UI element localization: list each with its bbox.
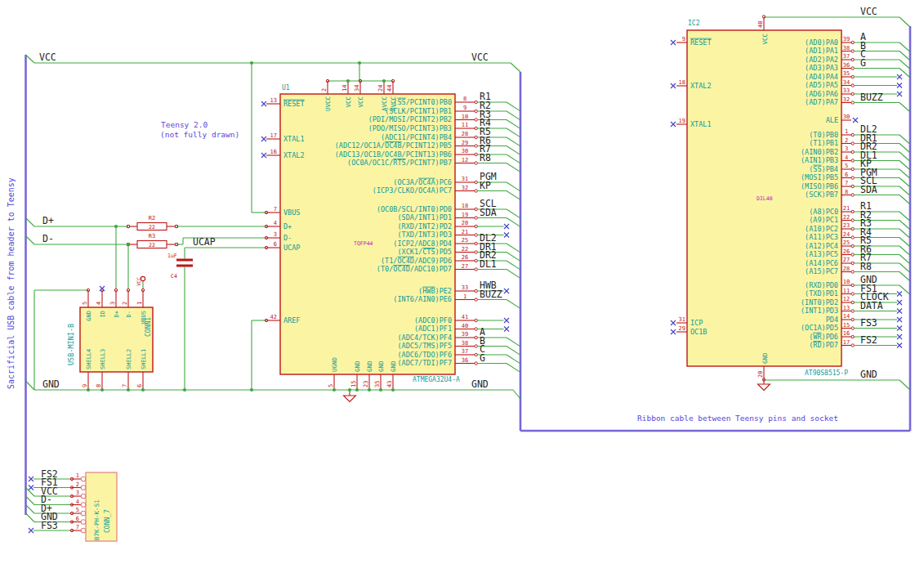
net-label-BUZZ[interactable]: BUZZ [860, 92, 883, 103]
conn7-ref[interactable]: CONN_7 [104, 509, 111, 533]
bus-entry [507, 163, 520, 172]
net-label-FS3[interactable]: FS3 [860, 317, 877, 329]
u1-ref[interactable]: U1 [282, 84, 290, 92]
pin-number: 3 [845, 145, 848, 152]
pin-name: (TXD/INT3)PD3 [397, 231, 452, 239]
bus-entry [507, 270, 520, 279]
pin-number: 14 [843, 313, 850, 320]
pin-endpoint [851, 101, 854, 104]
bus-entry [899, 103, 910, 112]
bus-entry [899, 255, 910, 264]
pin-endpoint [475, 136, 477, 138]
pin-name: (SDA/INT1)PD1 [397, 213, 452, 222]
net-label-UCAP[interactable]: UCAP [193, 236, 216, 248]
pin-endpoint [475, 110, 477, 112]
net-label-G[interactable]: G [860, 57, 866, 69]
pin-number: 8 [96, 384, 102, 387]
junction-dot [379, 388, 382, 392]
bus-entry [899, 238, 910, 247]
r3-value[interactable]: 22 [149, 242, 155, 248]
conn7-value[interactable]: B7K-PH-K-S1 [93, 499, 100, 540]
pin-endpoint [475, 362, 477, 365]
pin-endpoint [851, 75, 854, 78]
bus-entry [507, 111, 520, 120]
pin-name: (OC0B/SCL/INT0)PD0 [377, 205, 452, 213]
pin-number: 37 [843, 53, 850, 60]
c4-value[interactable]: 1uF [167, 253, 177, 259]
pin-name: XTAL2 [283, 151, 305, 159]
pin-name: (AD4)PA4 [805, 73, 838, 81]
pin-number: 4 [96, 302, 102, 305]
pin-name: (ICP3/CLKO/OC4A)PC7 [373, 186, 452, 195]
pin-name: (AIN0)PB2 [801, 148, 838, 156]
net-label-BUZZ[interactable]: BUZZ [480, 289, 502, 300]
pin-name: (OC3A/OC4A)PC6 [393, 178, 452, 186]
pin-endpoint [851, 236, 854, 239]
net-label-DL1[interactable]: DL1 [480, 258, 497, 270]
net-label-D+[interactable]: D+ [42, 215, 54, 226]
r3-ref[interactable]: R3 [149, 233, 155, 239]
c4-ref[interactable]: C4 [171, 273, 177, 280]
pin-name: (TXD)PD1 [805, 289, 838, 298]
pin-name: D- [283, 234, 292, 242]
junction-dot [382, 79, 386, 83]
r2-ref[interactable]: R2 [149, 215, 155, 222]
pin-name: (WR)PD6 [809, 333, 838, 341]
usb-value[interactable]: USB-MINI-B [67, 324, 75, 365]
net-label-SDA[interactable]: SDA [860, 184, 877, 195]
bus-entry [899, 178, 910, 187]
u1-package: TQFP44 [354, 240, 373, 247]
pin-name: VCC [761, 34, 769, 45]
u1-value[interactable]: ATMEGA32U4-A [413, 376, 460, 383]
pin-number: 36 [843, 62, 850, 69]
bus-entry [899, 51, 910, 60]
pin-endpoint [851, 344, 854, 347]
bus-entry [899, 152, 910, 161]
net-label-GND[interactable]: GND [42, 378, 60, 390]
bus-entry [507, 218, 520, 227]
net-label-FS2[interactable]: FS2 [860, 334, 877, 346]
pin-endpoint [475, 225, 477, 227]
ic2-ref[interactable]: IC2 [688, 20, 700, 27]
bus-entry [899, 43, 910, 51]
net-label-G[interactable]: G [480, 352, 485, 364]
net-label-R8[interactable]: R8 [480, 152, 491, 163]
pin-number: 2 [76, 481, 79, 488]
net-label-GND[interactable]: GND [860, 369, 877, 380]
net-label-FS3[interactable]: FS3 [41, 520, 58, 531]
note-teensy-line1: Teensy 2.0 [161, 120, 208, 129]
net-label-VCC[interactable]: VCC [471, 51, 489, 63]
pin-endpoint [475, 127, 477, 129]
net-label-DATA[interactable]: DATA [860, 300, 883, 311]
pin-name: (T1)PB1 [809, 139, 838, 147]
net-label-D-[interactable]: D- [42, 233, 54, 244]
conn7-pad [81, 494, 86, 499]
r2-value[interactable]: 22 [149, 224, 155, 231]
pin-endpoint [851, 168, 854, 170]
pin-name: (T1/OC4D/ADC9)PD6 [381, 257, 452, 265]
conn7-body[interactable] [86, 472, 117, 541]
net-label-VCC[interactable]: VCC [860, 6, 877, 17]
net-label-GND[interactable]: GND [471, 378, 489, 390]
pin-number: 1 [76, 472, 79, 479]
capacitor-c4[interactable] [176, 259, 193, 267]
pin-number: 12 [462, 157, 468, 163]
pin-name: (ICP2/ADC8)PD4 [393, 239, 452, 248]
net-label-SDA[interactable]: SDA [480, 207, 497, 218]
junction-dot [355, 388, 359, 392]
pin-endpoint [475, 242, 477, 244]
ic2-package: DIL40 [757, 195, 773, 202]
gnd-symbol-ic2 [758, 380, 770, 391]
net-label-KP[interactable]: KP [480, 180, 491, 191]
pin-number: 3 [274, 231, 277, 238]
pin-number: 5 [845, 163, 848, 169]
pin-number: 1 [845, 128, 848, 135]
pin-name: ICP [690, 319, 703, 327]
net-label-VCC[interactable]: VCC [39, 51, 56, 63]
pin-number: 5 [328, 384, 334, 387]
pin-number: 34 [843, 79, 850, 86]
pin-number: 13 [270, 97, 277, 104]
net-label-R8[interactable]: R8 [860, 261, 872, 272]
junction-dot [346, 79, 350, 83]
ic2-value[interactable]: AT90S8515-P [805, 369, 848, 377]
